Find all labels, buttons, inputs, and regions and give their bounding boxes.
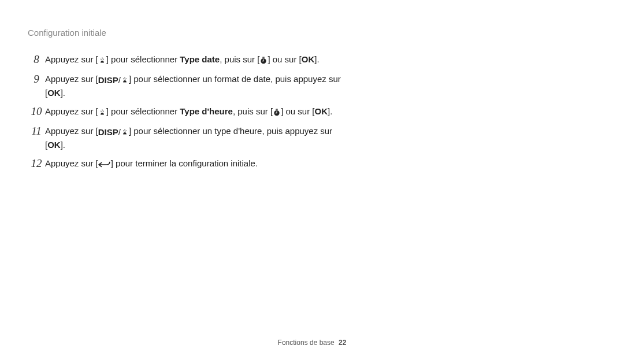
text: ] pour sélectionner [106,54,180,64]
step-number: 8 [28,53,45,66]
text: ]. [314,54,319,64]
step-row: 12 Appuyez sur [ ] pour terminer la conf… [28,157,343,171]
step-number: 9 [28,73,45,86]
timer-icon [273,106,281,119]
text: Appuyez sur [ [45,54,98,64]
step-text: Appuyez sur [ ] pour terminer la configu… [45,157,343,171]
macro-icon [98,106,106,119]
step-text: Appuyez sur [ ] pour sélectionner Type d… [45,53,343,67]
bold-text: Type d'heure [180,106,233,116]
step-text: Appuyez sur [DISP/] pour sélectionner un… [45,125,343,151]
disp-macro-icon: DISP/ [98,126,129,139]
page-number: 22 [339,339,346,347]
text: Appuyez sur [ [45,158,98,168]
text: ]. [61,88,65,98]
ok-icon: OK [47,88,61,98]
step-row: 8 Appuyez sur [ ] pour sélectionner Type… [28,53,343,67]
text: Appuyez sur [ [45,126,98,136]
page: Configuration initiale 8 Appuyez sur [ ]… [0,0,624,364]
step-text: Appuyez sur [ ] pour sélectionner Type d… [45,105,343,119]
page-footer: Fonctions de base 22 [0,339,624,347]
ok-icon: OK [315,106,328,116]
text: ]. [61,140,65,150]
step-row: 9 Appuyez sur [DISP/] pour sélectionner … [28,73,343,99]
footer-section: Fonctions de base [278,339,335,347]
step-number: 12 [28,157,45,170]
step-number: 10 [28,105,45,118]
step-number: 11 [28,125,45,138]
step-text: Appuyez sur [DISP/] pour sélectionner un… [45,73,343,99]
text: ]. [328,106,332,116]
ok-icon: OK [47,140,61,150]
text: ] pour sélectionner [106,106,180,116]
text: Appuyez sur [ [45,106,98,116]
macro-icon [98,54,106,67]
disp-macro-icon: DISP/ [98,74,129,87]
section-heading: Configuration initiale [28,28,106,38]
text: ] ou sur [ [268,54,301,64]
back-icon [98,158,111,171]
text: ] ou sur [ [281,106,314,116]
text: , puis sur [ [233,106,273,116]
step-row: 10 Appuyez sur [ ] pour sélectionner Typ… [28,105,343,119]
text: Appuyez sur [ [45,74,98,84]
bold-text: Type date [180,54,220,64]
timer-icon [259,54,268,67]
step-row: 11 Appuyez sur [DISP/] pour sélectionner… [28,125,343,151]
steps-list: 8 Appuyez sur [ ] pour sélectionner Type… [28,53,343,177]
text: , puis sur [ [220,54,259,64]
ok-icon: OK [302,54,315,64]
text: ] pour terminer la configuration initial… [111,158,258,168]
